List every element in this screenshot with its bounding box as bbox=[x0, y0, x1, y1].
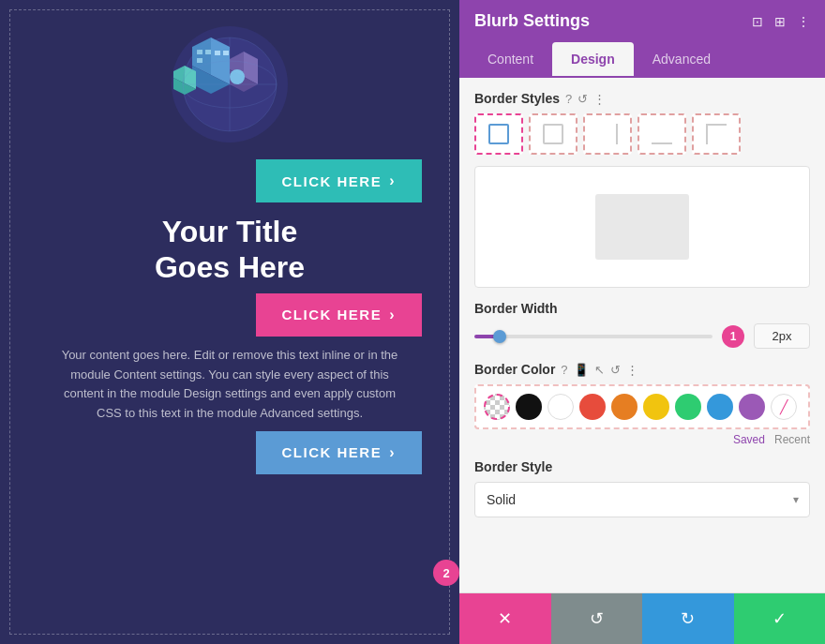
tab-content[interactable]: Content bbox=[469, 42, 552, 76]
redo-button[interactable]: ↻ bbox=[642, 593, 734, 644]
border-width-input[interactable] bbox=[754, 323, 810, 349]
redo-icon: ↻ bbox=[681, 608, 695, 629]
width-input-wrap bbox=[754, 323, 810, 349]
step-badge-2: 2 bbox=[433, 560, 459, 586]
color-device-icon[interactable]: 📱 bbox=[574, 363, 589, 377]
color-more-icon[interactable]: ⋮ bbox=[626, 363, 638, 377]
help-icon[interactable]: ? bbox=[565, 92, 572, 106]
border-style-dropdown-wrap: Solid Dashed Dotted None ▾ bbox=[474, 482, 810, 517]
border-preview bbox=[474, 166, 810, 288]
arrow-icon-1: › bbox=[389, 172, 396, 189]
swatch-orange[interactable] bbox=[611, 394, 638, 420]
slider-thumb[interactable] bbox=[493, 330, 506, 343]
save-button[interactable]: ✓ bbox=[734, 593, 826, 644]
illustration bbox=[136, 19, 323, 150]
reset-button[interactable]: ↺ bbox=[551, 593, 643, 644]
cancel-icon: ✕ bbox=[498, 608, 512, 629]
border-style-right[interactable] bbox=[583, 113, 632, 155]
button-row-1: CLICK HERE › bbox=[0, 159, 459, 202]
settings-title: Blurb Settings bbox=[474, 11, 590, 31]
page-title: Your Title Goes Here bbox=[155, 214, 305, 286]
border-none-icon bbox=[543, 124, 563, 144]
more-icon[interactable]: ⋮ bbox=[797, 14, 810, 29]
border-style-all[interactable] bbox=[474, 113, 523, 155]
title-section: Your Title Goes Here bbox=[155, 214, 305, 286]
slider-row: 1 bbox=[474, 323, 810, 349]
border-style-dropdown-label: Border Style bbox=[474, 459, 552, 474]
color-cursor-icon[interactable]: ↖ bbox=[594, 363, 605, 377]
swatch-purple[interactable] bbox=[739, 394, 765, 420]
svg-rect-6 bbox=[205, 50, 211, 54]
border-styles-header: Border Styles ? ↺ ⋮ bbox=[474, 91, 810, 106]
arrow-icon-2: › bbox=[389, 307, 396, 323]
save-icon: ✓ bbox=[772, 608, 787, 629]
border-style-dropdown-header: Border Style bbox=[474, 459, 810, 474]
step-badge-1: 1 bbox=[722, 325, 744, 348]
preview-box bbox=[595, 194, 689, 260]
border-color-header: Border Color ? 📱 ↖ ↺ ⋮ bbox=[474, 362, 810, 377]
swatch-green[interactable] bbox=[675, 394, 701, 420]
saved-label: Saved bbox=[733, 433, 765, 446]
color-swatches: ╱ bbox=[474, 384, 810, 429]
swatch-eyedrop[interactable]: ╱ bbox=[771, 394, 797, 420]
swatch-blue[interactable] bbox=[707, 394, 733, 420]
swatch-black[interactable] bbox=[516, 394, 542, 420]
preview-panel: CLICK HERE › Your Title Goes Here CLICK … bbox=[0, 0, 459, 644]
border-styles-row bbox=[474, 113, 810, 155]
swatch-white[interactable] bbox=[548, 394, 574, 420]
border-style-bottom[interactable] bbox=[638, 113, 686, 155]
border-corner-icon bbox=[706, 124, 727, 144]
reset-icon[interactable]: ↺ bbox=[578, 92, 588, 106]
border-width-section: Border Width 1 bbox=[474, 301, 810, 349]
more-options-icon[interactable]: ⋮ bbox=[593, 92, 606, 106]
border-color-section: Border Color ? 📱 ↖ ↺ ⋮ ╱ Saved bbox=[474, 362, 810, 446]
swatch-transparent[interactable] bbox=[484, 394, 510, 420]
swatch-red[interactable] bbox=[579, 394, 606, 420]
header-icons: ⊡ ⊞ ⋮ bbox=[752, 14, 810, 29]
title-line-1: Your Title bbox=[162, 215, 298, 248]
click-here-label-1: CLICK HERE bbox=[282, 173, 382, 189]
grid-icon[interactable]: ⊞ bbox=[774, 14, 786, 29]
saved-recent-row: Saved Recent bbox=[474, 433, 810, 446]
settings-footer: ✕ ↺ ↻ ✓ bbox=[459, 592, 825, 644]
click-here-button-3[interactable]: CLICK HERE › bbox=[256, 431, 423, 474]
border-bottom-icon bbox=[652, 124, 672, 144]
click-here-button-2[interactable]: CLICK HERE › bbox=[256, 293, 423, 337]
tab-design[interactable]: Design bbox=[552, 42, 634, 76]
settings-content: Border Styles ? ↺ ⋮ bbox=[459, 78, 825, 592]
body-text: Your content goes here. Edit or remove t… bbox=[0, 346, 459, 424]
button-row-3: CLICK HERE › bbox=[0, 431, 459, 474]
click-here-label-3: CLICK HERE bbox=[282, 444, 382, 460]
border-style-select[interactable]: Solid Dashed Dotted None bbox=[474, 482, 810, 517]
title-line-2: Goes Here bbox=[155, 250, 305, 284]
swatch-yellow[interactable] bbox=[643, 394, 669, 420]
border-width-slider[interactable] bbox=[474, 335, 712, 338]
border-styles-label: Border Styles bbox=[474, 91, 560, 106]
cancel-button[interactable]: ✕ bbox=[459, 593, 551, 644]
border-style-none[interactable] bbox=[529, 113, 578, 155]
border-right-icon bbox=[597, 124, 618, 144]
settings-header: Blurb Settings ⊡ ⊞ ⋮ bbox=[459, 0, 825, 42]
click-here-label-2: CLICK HERE bbox=[282, 307, 382, 322]
border-all-icon bbox=[488, 124, 509, 144]
color-reset-icon[interactable]: ↺ bbox=[610, 363, 621, 377]
svg-rect-7 bbox=[197, 58, 202, 63]
reset-icon-footer: ↺ bbox=[590, 608, 604, 629]
svg-point-16 bbox=[230, 69, 245, 84]
button-row-2: CLICK HERE › bbox=[0, 293, 459, 337]
tab-advanced[interactable]: Advanced bbox=[634, 42, 729, 76]
border-width-header: Border Width bbox=[474, 301, 810, 316]
tabs-bar: Content Design Advanced bbox=[459, 42, 825, 78]
border-style-section: Border Style Solid Dashed Dotted None ▾ bbox=[474, 459, 810, 517]
expand-icon[interactable]: ⊡ bbox=[752, 14, 763, 29]
svg-rect-9 bbox=[223, 51, 229, 55]
border-width-label: Border Width bbox=[474, 301, 558, 316]
click-here-button-1[interactable]: CLICK HERE › bbox=[256, 159, 423, 202]
arrow-icon-3: › bbox=[389, 444, 396, 461]
settings-panel: Blurb Settings ⊡ ⊞ ⋮ Content Design Adva… bbox=[459, 0, 825, 644]
color-help-icon[interactable]: ? bbox=[561, 363, 567, 377]
border-style-corner[interactable] bbox=[692, 113, 741, 155]
recent-label: Recent bbox=[774, 433, 810, 446]
border-color-label: Border Color bbox=[474, 362, 555, 377]
svg-rect-8 bbox=[215, 51, 220, 55]
